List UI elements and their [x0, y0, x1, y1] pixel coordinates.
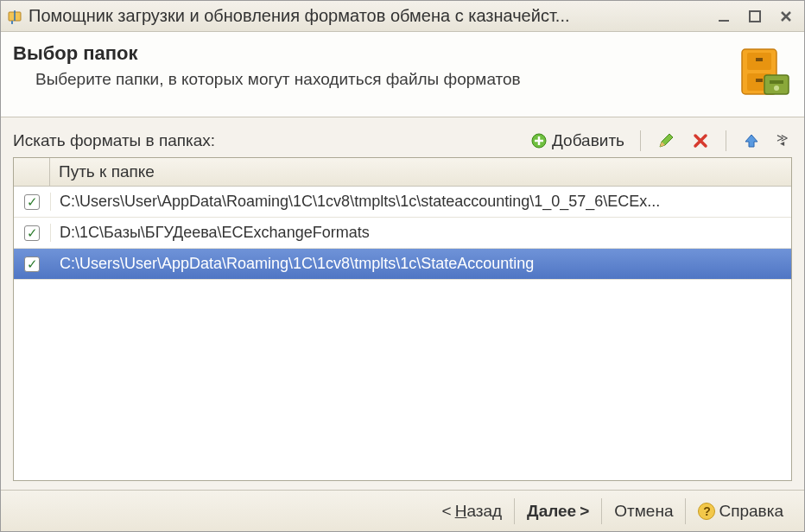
row-checkbox-cell: ✓ [14, 225, 50, 241]
row-path: C:\Users\User\AppData\Roaming\1C\1cv8\tm… [50, 193, 791, 211]
page-subtitle: Выберите папки, в которых могут находить… [13, 70, 723, 89]
svg-rect-10 [770, 80, 783, 84]
close-button[interactable] [773, 5, 799, 28]
arrow-up-icon [742, 131, 761, 150]
cancel-button[interactable]: Отмена [602, 497, 685, 526]
add-button[interactable]: Добавить [526, 130, 628, 152]
row-checkbox-cell: ✓ [14, 194, 50, 210]
add-icon [529, 131, 548, 150]
more-button[interactable]: ≫▾ [773, 133, 792, 149]
edit-button[interactable] [653, 130, 679, 152]
add-button-label: Добавить [552, 131, 624, 150]
minimize-button[interactable] [711, 5, 737, 28]
search-label: Искать форматы в папках: [13, 131, 526, 150]
back-button[interactable]: < Назад [430, 497, 515, 526]
svg-point-1 [11, 22, 13, 24]
delete-button[interactable] [688, 130, 713, 152]
svg-rect-2 [719, 20, 729, 22]
svg-rect-9 [764, 75, 789, 94]
table-row[interactable]: ✓C:\Users\User\AppData\Roaming\1C\1cv8\t… [14, 249, 791, 280]
path-column-header: Путь к папке [50, 158, 791, 186]
help-button[interactable]: ? Справка [686, 497, 795, 526]
svg-point-11 [774, 86, 779, 91]
table-row[interactable]: ✓C:\Users\User\AppData\Roaming\1C\1cv8\t… [14, 187, 791, 218]
delete-icon [691, 131, 710, 150]
move-up-button[interactable] [738, 130, 764, 152]
row-checkbox[interactable]: ✓ [24, 194, 40, 210]
row-checkbox[interactable]: ✓ [24, 256, 40, 272]
help-button-label: Справка [719, 502, 783, 521]
toolbar: Искать форматы в папках: Добавить [13, 130, 792, 152]
help-icon: ? [698, 503, 715, 520]
table-body: ✓C:\Users\User\AppData\Roaming\1C\1cv8\t… [14, 187, 791, 480]
row-checkbox-cell: ✓ [14, 256, 50, 272]
table-header: Путь к папке [14, 158, 791, 187]
separator [726, 130, 726, 151]
row-path: D:\1С\Базы\БГУДеева\ECExchangeFormats [50, 224, 791, 242]
dialog-window: Помощник загрузки и обновления форматов … [0, 0, 805, 532]
svg-rect-8 [756, 79, 763, 82]
folders-table: Путь к папке ✓C:\Users\User\AppData\Roam… [13, 157, 792, 481]
content-area: Выбор папок Выберите папки, в которых мо… [1, 32, 804, 531]
chevron-right-icon: > [580, 502, 589, 521]
chevron-left-icon: < [442, 502, 452, 521]
page-title: Выбор папок [13, 42, 723, 65]
wizard-footer: < Назад Далее > Отмена ? Справка [1, 490, 804, 531]
wizard-icon [732, 42, 792, 103]
checkbox-column-header [14, 158, 50, 186]
titlebar: Помощник загрузки и обновления форматов … [1, 1, 804, 32]
svg-rect-3 [750, 11, 760, 22]
chevron-more-icon: ≫▾ [776, 135, 789, 147]
header-panel: Выбор папок Выберите папки, в которых мо… [1, 32, 804, 117]
row-path: C:\Users\User\AppData\Roaming\1C\1cv8\tm… [50, 255, 791, 273]
separator [640, 130, 641, 151]
app-icon [6, 8, 23, 25]
pencil-icon [656, 131, 675, 150]
table-row[interactable]: ✓D:\1С\Базы\БГУДеева\ECExchangeFormats [14, 218, 791, 249]
svg-rect-7 [756, 58, 763, 61]
maximize-button[interactable] [742, 5, 768, 28]
next-button[interactable]: Далее > [515, 497, 601, 526]
window-title: Помощник загрузки и обновления форматов … [29, 6, 706, 26]
row-checkbox[interactable]: ✓ [24, 225, 40, 241]
